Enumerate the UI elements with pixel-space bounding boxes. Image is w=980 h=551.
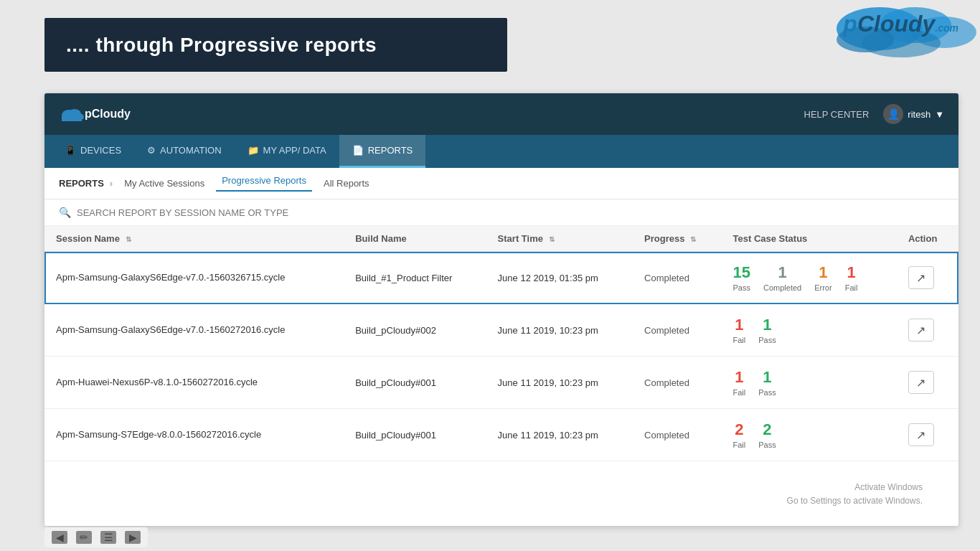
view-report-button-1[interactable]: ↗	[908, 319, 934, 342]
pcloudy-logo-top: pCloudy.com	[843, 11, 958, 37]
sort-icon-start: ⇅	[549, 235, 555, 243]
nav-item-automation[interactable]: ⚙ AUTOMATION	[134, 135, 234, 168]
nav-item-reports-label: REPORTS	[368, 145, 413, 156]
cell-action-1: ↗	[897, 304, 958, 357]
tc-badge-fail: 1Fail	[733, 316, 746, 344]
col-session[interactable]: Session Name ⇅	[44, 226, 344, 252]
cell-start-0: June 12 2019, 01:35 pm	[486, 252, 633, 304]
nav-logo: pCloudy	[59, 105, 131, 123]
cell-tcstatus-2: 1Fail1Pass	[722, 357, 897, 409]
myapp-icon: 📁	[248, 145, 259, 156]
tc-badge-pass: 15Pass	[733, 263, 750, 292]
cell-build-0: Build_#1_Product Filter	[344, 252, 486, 304]
chevron-down-icon: ▼	[935, 109, 944, 120]
app-window: pCloudy HELP CENTER 👤 ritesh ▼ 📱 DEVICES…	[44, 93, 958, 526]
table-body: Apm-Samsung-GalaxyS6Edge-v7.0.-156032671…	[44, 252, 958, 461]
view-report-button-3[interactable]: ↗	[908, 423, 934, 446]
nav-item-reports[interactable]: 📄 REPORTS	[339, 135, 426, 168]
breadcrumb-arrow-icon: ›	[110, 178, 113, 189]
cell-tcstatus-0: 15Pass1Completed1Error1Fail	[722, 252, 897, 304]
watermark-line1: Activate Windows	[787, 481, 923, 494]
devices-icon: 📱	[65, 145, 76, 156]
tc-badge-fail: 1Fail	[845, 263, 858, 292]
cell-session-0: Apm-Samsung-GalaxyS6Edge-v7.0.-156032671…	[44, 252, 344, 304]
tc-badge-fail: 1Fail	[733, 368, 746, 397]
nav-item-devices[interactable]: 📱 DEVICES	[52, 135, 134, 168]
table-header: Session Name ⇅ Build Name Start Time ⇅ P…	[44, 226, 958, 252]
table-row[interactable]: Apm-Huawei-Nexus6P-v8.1.0-1560272016.cyc…	[44, 357, 958, 409]
nav-logo-cloud-icon	[59, 105, 85, 123]
cell-progress-0: Completed	[633, 252, 721, 304]
tab-progressive-reports[interactable]: Progressive Reports	[216, 175, 312, 192]
cell-progress-1: Completed	[633, 304, 721, 357]
col-action: Action	[897, 226, 958, 252]
nav-item-devices-label: DEVICES	[80, 145, 121, 156]
table-container: Session Name ⇅ Build Name Start Time ⇅ P…	[44, 226, 958, 515]
cell-build-1: Build_pCloudy#002	[344, 304, 486, 357]
cell-action-2: ↗	[897, 357, 958, 409]
cell-progress-3: Completed	[633, 409, 721, 461]
cell-session-2: Apm-Huawei-Nexus6P-v8.1.0-1560272016.cyc…	[44, 357, 344, 409]
user-avatar: 👤	[883, 104, 903, 124]
cell-start-3: June 11 2019, 10:23 pm	[486, 409, 633, 461]
cell-session-3: Apm-Samsung-S7Edge-v8.0.0-1560272016.cyc…	[44, 409, 344, 461]
nav-menu: 📱 DEVICES ⚙ AUTOMATION 📁 MY APP/ DATA 📄 …	[44, 135, 958, 168]
nav-item-myapp[interactable]: 📁 MY APP/ DATA	[235, 135, 339, 168]
user-info[interactable]: 👤 ritesh ▼	[883, 104, 944, 124]
view-report-button-2[interactable]: ↗	[908, 371, 934, 394]
table-row[interactable]: Apm-Samsung-GalaxyS6Edge-v7.0.-156032671…	[44, 252, 958, 304]
table-row[interactable]: Apm-Samsung-S7Edge-v8.0.0-1560272016.cyc…	[44, 409, 958, 461]
slide-header-text: .... through Progressive reports	[66, 34, 377, 57]
automation-icon: ⚙	[147, 145, 156, 156]
toolbar-edit-icon[interactable]: ✏	[76, 531, 92, 544]
col-tcstatus: Test Case Status	[722, 226, 897, 252]
tc-badge-pass: 1Pass	[758, 368, 776, 397]
view-report-button-0[interactable]: ↗	[908, 266, 934, 289]
watermark-line2: Go to Settings to activate Windows.	[787, 494, 923, 508]
table-row[interactable]: Apm-Samsung-GalaxyS6Edge-v7.0.-156027201…	[44, 304, 958, 357]
tc-badge-error: 1Error	[814, 263, 831, 292]
search-bar: 🔍	[44, 199, 958, 226]
cell-progress-2: Completed	[633, 357, 721, 409]
tc-badge-pass: 2Pass	[758, 420, 776, 449]
username: ritesh	[908, 109, 930, 120]
cell-tcstatus-1: 1Fail1Pass	[722, 304, 897, 357]
cell-action-3: ↗	[897, 409, 958, 461]
tc-badge-pass: 1Pass	[758, 316, 776, 344]
cell-tcstatus-3: 2Fail2Pass	[722, 409, 897, 461]
help-center-text[interactable]: HELP CENTER	[804, 109, 870, 120]
tc-badge-completed: 1Completed	[763, 263, 801, 292]
search-icon: 🔍	[59, 207, 71, 218]
cell-start-2: June 11 2019, 10:23 pm	[486, 357, 633, 409]
pcloudy-logo-text: pCloudy.com	[843, 11, 958, 37]
search-input[interactable]	[77, 207, 328, 218]
toolbar-menu-icon[interactable]: ☰	[100, 531, 116, 544]
tc-badge-fail: 2Fail	[733, 420, 746, 449]
cell-session-1: Apm-Samsung-GalaxyS6Edge-v7.0.-156027201…	[44, 304, 344, 357]
toolbar-back-icon[interactable]: ◀	[52, 531, 67, 544]
nav-item-automation-label: AUTOMATION	[160, 145, 221, 156]
tab-all-reports[interactable]: All Reports	[318, 178, 375, 189]
col-build: Build Name	[344, 226, 486, 252]
col-start[interactable]: Start Time ⇅	[486, 226, 633, 252]
col-progress[interactable]: Progress ⇅	[633, 226, 721, 252]
sort-icon-session: ⇅	[126, 235, 131, 243]
svg-rect-8	[62, 116, 82, 121]
sort-icon-progress: ⇅	[690, 235, 696, 243]
cell-start-1: June 11 2019, 10:23 pm	[486, 304, 633, 357]
reports-icon: 📄	[352, 145, 364, 156]
windows-watermark: Activate Windows Go to Settings to activ…	[787, 481, 923, 508]
breadcrumb-root: REPORTS	[59, 178, 104, 189]
tab-active-sessions[interactable]: My Active Sessions	[118, 178, 210, 189]
reports-table: Session Name ⇅ Build Name Start Time ⇅ P…	[44, 226, 958, 461]
nav-logo-text: pCloudy	[85, 108, 131, 121]
top-navbar: pCloudy HELP CENTER 👤 ritesh ▼	[44, 93, 958, 135]
bottom-toolbar: ◀ ✏ ☰ ▶	[44, 527, 148, 547]
cell-build-2: Build_pCloudy#001	[344, 357, 486, 409]
nav-item-myapp-label: MY APP/ DATA	[263, 145, 326, 156]
slide-header: .... through Progressive reports	[44, 18, 507, 72]
cell-build-3: Build_pCloudy#001	[344, 409, 486, 461]
breadcrumb: REPORTS › My Active Sessions Progressive…	[44, 168, 958, 199]
cell-action-0: ↗	[897, 252, 958, 304]
toolbar-forward-icon[interactable]: ▶	[125, 531, 141, 544]
